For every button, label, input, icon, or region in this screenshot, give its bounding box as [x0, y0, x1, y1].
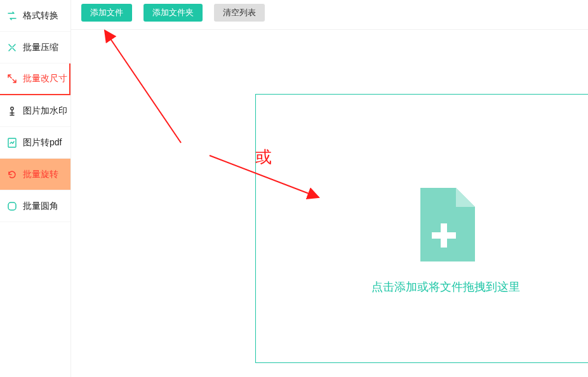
add-file-button[interactable]: 添加文件 — [81, 4, 132, 22]
sidebar-item-label: 格式转换 — [23, 10, 58, 22]
sidebar-item-label: 批量旋转 — [23, 169, 58, 180]
svg-rect-2 — [8, 202, 16, 210]
sidebar-item-batch-round[interactable]: 批量圆角 — [0, 190, 70, 222]
rotate-icon — [6, 169, 18, 180]
round-icon — [6, 201, 18, 212]
sidebar-item-label: 图片加水印 — [23, 105, 67, 117]
sidebar-item-label: 批量压缩 — [23, 42, 58, 53]
sidebar-item-label: 图片转pdf — [23, 137, 62, 149]
sidebar-item-batch-compress[interactable]: 批量压缩 — [0, 32, 70, 63]
drop-zone-hint: 点击添加或将文件拖拽到这里 — [371, 279, 520, 294]
resize-icon — [6, 73, 18, 84]
compress-icon — [6, 42, 18, 53]
sidebar-item-image-to-pdf[interactable]: 图片转pdf — [0, 127, 70, 159]
convert-icon — [6, 10, 18, 22]
add-file-icon — [417, 188, 475, 261]
main-area: 添加文件 添加文件夹 清空列表 点击添加或将文件拖拽到这里 或 — [71, 0, 588, 377]
sidebar-item-label: 批量改尺寸 — [23, 73, 67, 84]
watermark-icon — [6, 105, 18, 117]
sidebar-item-batch-resize[interactable]: 批量改尺寸 — [0, 63, 70, 95]
clear-list-button[interactable]: 清空列表 — [214, 4, 265, 22]
toolbar: 添加文件 添加文件夹 清空列表 — [71, 0, 588, 30]
sidebar: 格式转换 批量压缩 批量改尺寸 图片加水印 图片转pdf 批量旋转 批量圆角 — [0, 0, 71, 377]
sidebar-item-batch-rotate[interactable]: 批量旋转 — [0, 159, 70, 190]
sidebar-item-watermark[interactable]: 图片加水印 — [0, 95, 70, 127]
svg-point-0 — [11, 107, 13, 109]
sidebar-item-format-convert[interactable]: 格式转换 — [0, 0, 70, 32]
svg-rect-4 — [432, 232, 456, 239]
sidebar-item-label: 批量圆角 — [23, 201, 58, 212]
pdf-icon — [6, 137, 18, 149]
drop-zone[interactable]: 点击添加或将文件拖拽到这里 — [255, 94, 588, 363]
add-folder-button[interactable]: 添加文件夹 — [144, 4, 203, 22]
